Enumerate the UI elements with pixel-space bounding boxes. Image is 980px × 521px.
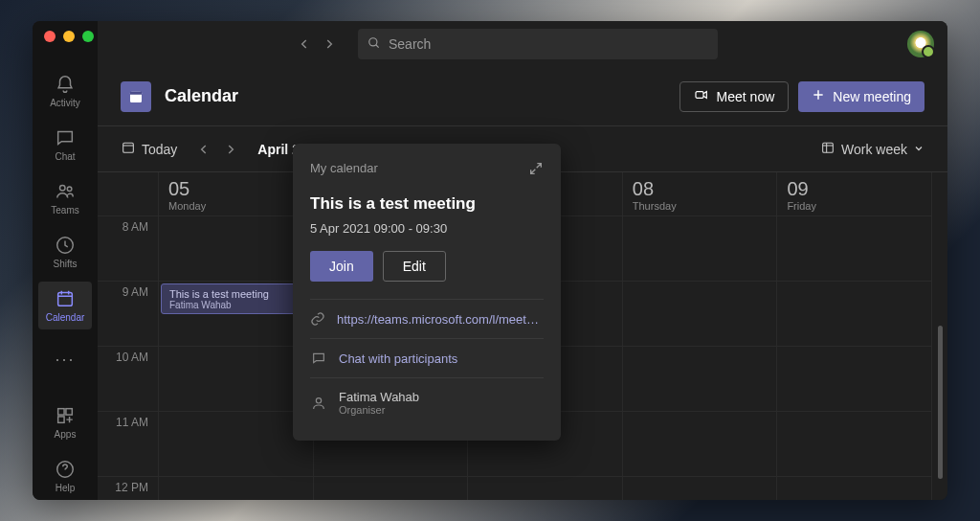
meet-now-button[interactable]: Meet now (679, 81, 790, 112)
svg-rect-13 (823, 143, 834, 152)
time-axis: 8 AM 9 AM 10 AM 11 AM 12 PM (98, 172, 159, 500)
window-controls (44, 31, 94, 42)
day-header[interactable]: 08Thursday (623, 172, 778, 215)
expand-icon[interactable] (528, 161, 544, 179)
svg-rect-12 (123, 143, 134, 152)
chevron-down-icon (913, 142, 924, 157)
join-button[interactable]: Join (310, 251, 373, 282)
nav-rail: Activity Chat Teams Shifts Calendar ··· … (33, 21, 98, 500)
nav-teams[interactable]: Teams (38, 174, 92, 222)
search-placeholder: Search (389, 36, 431, 52)
svg-point-0 (60, 186, 66, 192)
view-selector[interactable]: Work week (820, 140, 924, 158)
new-meeting-button[interactable]: New meeting (798, 81, 924, 112)
event-popover: My calendar This is a test meeting 5 Apr… (293, 144, 561, 441)
topbar: Search (98, 21, 947, 67)
svg-rect-11 (696, 92, 703, 99)
svg-point-1 (67, 187, 72, 192)
svg-point-14 (316, 397, 321, 402)
event-title: This is a test meeting (169, 288, 301, 300)
app-window: Activity Chat Teams Shifts Calendar ··· … (33, 21, 947, 500)
nav-label: Help (56, 483, 76, 493)
maximize-window[interactable] (82, 31, 94, 42)
history-back[interactable] (293, 33, 316, 56)
svg-rect-3 (58, 293, 73, 306)
link-icon (310, 311, 325, 327)
nav-label: Apps (55, 429, 77, 440)
video-icon (694, 87, 709, 105)
nav-chat[interactable]: Chat (38, 121, 92, 169)
calendar-view-icon (820, 140, 835, 158)
time-label: 11 AM (98, 412, 158, 477)
today-button[interactable]: Today (121, 140, 177, 158)
person-icon (310, 396, 327, 411)
chat-icon (310, 351, 327, 366)
day-header[interactable]: 09Friday (777, 172, 932, 215)
time-label: 9 AM (98, 282, 158, 347)
popover-time: 5 Apr 2021 09:00 - 09:30 (310, 221, 544, 236)
svg-rect-5 (66, 409, 72, 415)
edit-button[interactable]: Edit (383, 251, 446, 282)
organizer-name: Fatima Wahab (339, 390, 419, 404)
popover-title: This is a test meeting (310, 194, 544, 214)
event-organizer: Fatima Wahab (169, 300, 301, 310)
nav-calendar[interactable]: Calendar (38, 282, 92, 329)
search-input[interactable]: Search (358, 29, 718, 59)
nav-help[interactable]: Help (38, 452, 92, 500)
calendar-event[interactable]: This is a test meeting Fatima Wahab (161, 283, 309, 314)
calendar-today-icon (121, 140, 136, 158)
minimize-window[interactable] (63, 31, 75, 42)
nav-more[interactable]: ··· (38, 335, 92, 383)
close-window[interactable] (44, 31, 56, 42)
svg-rect-10 (130, 91, 142, 94)
meeting-link-row[interactable]: https://teams.microsoft.com/l/meetup-joi… (310, 299, 544, 338)
nav-label: Teams (51, 205, 78, 215)
svg-rect-6 (58, 417, 64, 422)
chat-participants-row[interactable]: Chat with participants (310, 338, 544, 377)
organizer-row: Fatima Wahab Organiser (310, 377, 544, 427)
nav-label: Chat (55, 151, 75, 162)
page-title: Calendar (165, 86, 238, 106)
time-label: 8 AM (98, 216, 158, 282)
popover-calendar-name: My calendar (310, 161, 378, 179)
history-forward[interactable] (318, 33, 341, 56)
nav-apps[interactable]: Apps (38, 398, 92, 446)
time-label: 12 PM (98, 477, 158, 500)
svg-rect-4 (58, 409, 64, 415)
search-icon (368, 36, 381, 53)
next-period[interactable] (219, 138, 242, 161)
day-header[interactable]: 05Monday (159, 172, 314, 215)
day-column[interactable] (623, 216, 778, 500)
organizer-role: Organiser (339, 404, 419, 416)
nav-activity[interactable]: Activity (38, 67, 92, 115)
nav-label: Calendar (46, 312, 85, 323)
plus-icon (812, 88, 825, 104)
time-label: 10 AM (98, 347, 158, 412)
user-avatar[interactable] (907, 31, 934, 57)
scrollbar[interactable] (938, 326, 943, 479)
page-header: Calendar Meet now New meeting (98, 67, 947, 126)
nav-shifts[interactable]: Shifts (38, 228, 92, 276)
day-column[interactable] (777, 216, 932, 500)
day-column[interactable]: This is a test meeting Fatima Wahab (159, 216, 314, 500)
svg-point-8 (369, 37, 377, 45)
calendar-app-icon (121, 81, 151, 112)
prev-period[interactable] (192, 138, 215, 161)
nav-label: Shifts (53, 259, 77, 269)
nav-label: Activity (50, 98, 80, 108)
